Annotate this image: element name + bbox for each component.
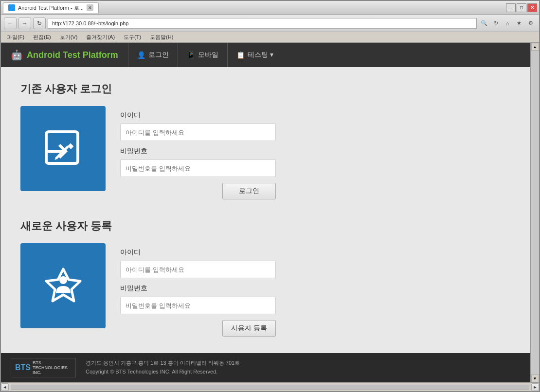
login-id-field-group: 아이디: [120, 111, 276, 141]
browser-window: Android Test Platform - 로... ✕ — □ ✕ ← →…: [0, 0, 540, 392]
testing-icon: 📋: [236, 51, 245, 59]
footer-address: 경기도 용인시 기흥구 흥덕 1로 13 흥덕 아이티밸리 타워동 701호: [86, 359, 240, 368]
nav-testing[interactable]: 📋 테스팅 ▾: [227, 43, 282, 67]
register-svg: [39, 262, 88, 310]
register-submit-button[interactable]: 사용자 등록: [222, 320, 276, 337]
vertical-scrollbar[interactable]: ▲ ▼: [530, 43, 539, 382]
nav-mobile-label: 모바일: [198, 51, 218, 59]
login-id-input[interactable]: [120, 124, 276, 141]
footer-text: 경기도 용인시 기흥구 흥덕 1로 13 흥덕 아이티밸리 타워동 701호 C…: [86, 359, 240, 376]
title-bar-left: Android Test Platform - 로... ✕: [3, 2, 506, 13]
minimize-button[interactable]: —: [506, 3, 516, 12]
register-section-title: 새로운 사용자 등록: [20, 219, 511, 233]
register-icon-box: [20, 243, 106, 328]
star-icon[interactable]: ★: [514, 18, 524, 29]
forward-button[interactable]: →: [18, 18, 31, 29]
footer-logo-text: BTS: [15, 363, 31, 372]
mobile-icon: 📱: [187, 51, 195, 59]
login-icon-box: [20, 106, 106, 191]
register-section: 아이디 비밀번호 사용자 등록: [20, 243, 511, 337]
title-bar: Android Test Platform - 로... ✕ — □ ✕: [1, 1, 539, 15]
hscroll-thumb[interactable]: [11, 385, 529, 390]
register-form: 아이디 비밀번호 사용자 등록: [120, 243, 276, 337]
app-footer: BTS BTS TECHNOLOGIES INC. 경기도 용인시 기흥구 흥덕…: [1, 353, 530, 382]
app-navbar: 🤖 Android Test Platform 👤 로그인 📱 모바일 📋 테스…: [1, 43, 530, 67]
app-brand: 🤖 Android Test Platform: [11, 49, 128, 61]
svg-point-5: [59, 276, 67, 284]
svg-marker-4: [46, 269, 80, 301]
menu-tools[interactable]: 도구(T): [120, 33, 145, 42]
search-icon[interactable]: 🔍: [479, 18, 489, 29]
login-pw-field-group: 비밀번호: [120, 147, 276, 177]
menu-favorites[interactable]: 즐겨찾기(A): [82, 33, 119, 42]
main-content: 기존 사용자 로그인: [1, 67, 530, 353]
settings-icon[interactable]: ⚙: [525, 18, 536, 29]
nav-mobile[interactable]: 📱 모바일: [178, 43, 227, 67]
login-submit-button[interactable]: 로그인: [222, 183, 276, 199]
refresh-small-icon[interactable]: ↻: [490, 18, 501, 29]
tab-favicon: [8, 4, 15, 11]
scroll-down-button[interactable]: ▼: [531, 374, 539, 382]
footer-copyright: Copyright © BTS Technologies INC. All Ri…: [86, 368, 240, 376]
nav-login[interactable]: 👤 로그인: [128, 43, 178, 67]
login-section: 아이디 비밀번호 로그인: [20, 106, 511, 199]
footer-logo: BTS BTS TECHNOLOGIES INC.: [11, 358, 76, 377]
hscroll-track-area[interactable]: [9, 383, 531, 391]
address-right-buttons: 🔍 ↻ ⌂ ★ ⚙: [479, 18, 536, 29]
register-pw-field-group: 비밀번호: [120, 284, 276, 314]
register-id-field-group: 아이디: [120, 248, 276, 278]
scroll-right-button[interactable]: ►: [531, 383, 539, 391]
menu-edit[interactable]: 편집(E): [29, 33, 55, 42]
back-button[interactable]: ←: [4, 18, 17, 29]
menu-file[interactable]: 파일(F): [3, 33, 28, 42]
login-svg: [39, 125, 88, 173]
scroll-left-button[interactable]: ◄: [1, 383, 9, 391]
register-id-input[interactable]: [120, 261, 276, 278]
window-controls: — □ ✕: [506, 3, 537, 12]
browser-tab[interactable]: Android Test Platform - 로... ✕: [3, 2, 99, 13]
scroll-up-button[interactable]: ▲: [531, 43, 539, 51]
nav-testing-label: 테스팅 ▾: [248, 51, 273, 59]
login-id-label: 아이디: [120, 111, 276, 120]
scroll-track[interactable]: [531, 51, 539, 374]
refresh-button[interactable]: ↻: [33, 18, 46, 29]
register-id-label: 아이디: [120, 248, 276, 257]
address-input[interactable]: [48, 18, 477, 29]
maximize-button[interactable]: □: [517, 3, 526, 12]
nav-login-label: 로그인: [148, 51, 169, 59]
login-icon: 👤: [137, 51, 145, 59]
browser-body: 🤖 Android Test Platform 👤 로그인 📱 모바일 📋 테스…: [1, 43, 539, 382]
menu-help[interactable]: 도움말(H): [146, 33, 177, 42]
android-icon: 🤖: [11, 49, 23, 61]
browser-content: 🤖 Android Test Platform 👤 로그인 📱 모바일 📋 테스…: [1, 43, 530, 382]
tab-close-btn[interactable]: ✕: [87, 4, 93, 11]
login-section-title: 기존 사용자 로그인: [20, 82, 511, 96]
login-pw-input[interactable]: [120, 160, 276, 177]
horizontal-scrollbar[interactable]: ◄ ►: [1, 382, 539, 391]
login-pw-label: 비밀번호: [120, 147, 276, 156]
menu-view[interactable]: 보기(V): [56, 33, 82, 42]
login-form: 아이디 비밀번호 로그인: [120, 106, 276, 199]
home-icon[interactable]: ⌂: [502, 18, 513, 29]
tab-title: Android Test Platform - 로...: [18, 4, 84, 12]
footer-company-name: BTS TECHNOLOGIES INC.: [33, 360, 72, 375]
close-button[interactable]: ✕: [527, 3, 537, 12]
register-pw-input[interactable]: [120, 297, 276, 314]
register-pw-label: 비밀번호: [120, 284, 276, 293]
menu-bar: 파일(F) 편집(E) 보기(V) 즐겨찾기(A) 도구(T) 도움말(H): [1, 32, 539, 43]
address-bar: ← → ↻ 🔍 ↻ ⌂ ★ ⚙: [1, 15, 539, 32]
nav-links: 👤 로그인 📱 모바일 📋 테스팅 ▾: [128, 43, 282, 67]
brand-name: Android Test Platform: [27, 50, 118, 60]
